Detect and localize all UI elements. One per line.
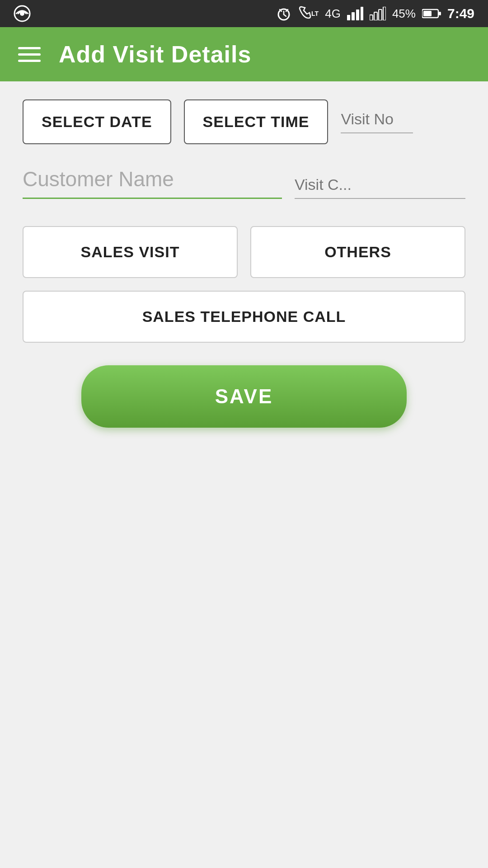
signal2-icon — [370, 7, 386, 20]
svg-line-4 — [284, 14, 286, 16]
battery-icon — [422, 8, 441, 19]
hotspot-icon — [14, 5, 31, 22]
status-bar: LTE 4G 45% 7:49 — [0, 0, 488, 27]
svg-rect-9 — [352, 12, 355, 20]
select-time-button[interactable]: SELECT TIME — [184, 99, 328, 144]
battery-percent: 45% — [392, 7, 416, 21]
status-left-icons — [14, 5, 31, 22]
sales-telephone-call-button[interactable]: SALES TELEPHONE CALL — [23, 291, 465, 343]
time-display: 7:49 — [447, 6, 474, 21]
customer-row — [23, 167, 465, 203]
svg-rect-18 — [439, 12, 441, 15]
svg-rect-10 — [356, 9, 359, 20]
menu-button[interactable] — [18, 47, 41, 62]
visit-code-input[interactable] — [295, 176, 465, 199]
svg-rect-11 — [361, 7, 363, 20]
svg-rect-15 — [383, 7, 386, 20]
svg-rect-12 — [370, 15, 373, 20]
app-bar: Add Visit Details — [0, 27, 488, 81]
network-type: 4G — [325, 7, 341, 21]
sales-visit-button[interactable]: SALES VISIT — [23, 226, 238, 278]
visit-no-input[interactable] — [341, 110, 413, 133]
phone-lte-icon: LTE — [298, 6, 319, 21]
status-right-icons: LTE 4G 45% 7:49 — [276, 6, 474, 21]
others-button[interactable]: OTHERS — [250, 226, 465, 278]
alarm-icon — [276, 6, 291, 21]
telephone-call-row: SALES TELEPHONE CALL — [23, 291, 465, 343]
select-date-button[interactable]: SELECT DATE — [23, 99, 171, 144]
visit-type-row: SALES VISIT OTHERS — [23, 226, 465, 278]
form-content: SELECT DATE SELECT TIME SALES VISIT OTHE… — [0, 81, 488, 446]
customer-name-input[interactable] — [23, 167, 282, 199]
page-title: Add Visit Details — [59, 41, 251, 68]
svg-text:LTE: LTE — [311, 10, 319, 17]
save-button[interactable]: SAVE — [81, 365, 407, 428]
svg-rect-14 — [379, 9, 382, 20]
svg-rect-8 — [347, 15, 350, 20]
date-time-row: SELECT DATE SELECT TIME — [23, 99, 465, 144]
svg-rect-17 — [423, 11, 432, 16]
svg-rect-13 — [374, 12, 377, 20]
signal-icon — [347, 7, 363, 20]
